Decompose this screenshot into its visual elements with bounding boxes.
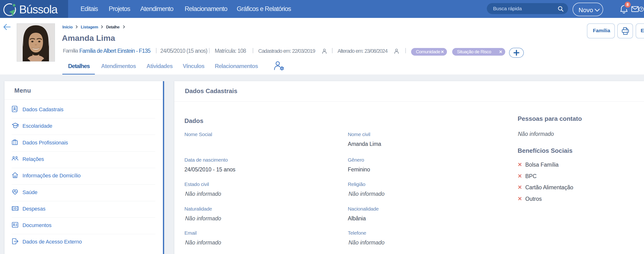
svg-text:?: ? xyxy=(640,7,642,11)
